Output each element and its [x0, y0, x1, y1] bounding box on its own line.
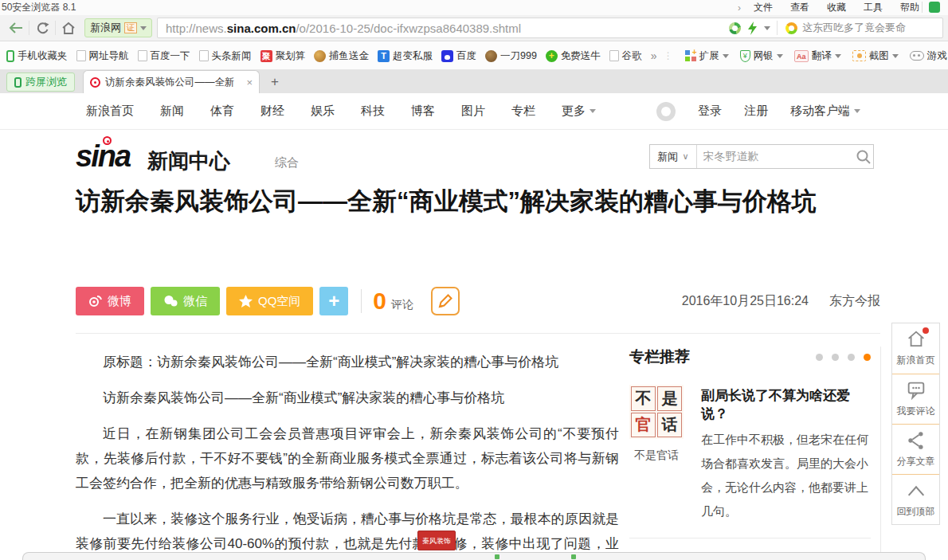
toolbar-extensions: ⋮ +扩展 ¥网银 Aa翻译 截图 游戏	[664, 49, 947, 63]
refresh-button[interactable]	[31, 18, 53, 38]
sina-eye-grey-icon	[656, 102, 676, 121]
games-button[interactable]: 游戏	[910, 49, 947, 63]
gamepad-icon	[910, 51, 924, 61]
nav-tech[interactable]: 科技	[361, 104, 385, 119]
share-qzone-button[interactable]: QQ空间	[226, 287, 313, 315]
register-link[interactable]: 注册	[744, 104, 768, 119]
certified-badge: 证	[124, 22, 137, 33]
bookmark-toutiao[interactable]: 头条新闻	[199, 49, 252, 63]
back-button[interactable]	[5, 18, 27, 38]
share-weibo-button[interactable]: 微博	[76, 287, 144, 315]
bookmark-nav-site[interactable]: 网址导航	[76, 49, 129, 63]
menu-help[interactable]: 帮助	[900, 1, 919, 14]
t-badge-icon: T	[378, 50, 390, 62]
bookmark-baidu[interactable]: 百度	[441, 49, 476, 63]
bookmark-free-gift[interactable]: +免费送牛	[546, 49, 601, 63]
speed-lightning-icon[interactable]	[747, 22, 758, 35]
menu-favorites[interactable]: 收藏	[827, 1, 846, 14]
promo-caption[interactable]: 不是官话	[629, 448, 684, 463]
bookmark-baidu-search[interactable]: 百度一下	[138, 49, 190, 63]
write-comment-button[interactable]	[431, 287, 460, 315]
magnifier-icon	[856, 149, 872, 165]
bottom-notification-bar[interactable]	[22, 552, 926, 560]
right-sidebar: 专栏推荐 不 是 官 话 不是官话 副局长说了不算为啥还爱说？ 在工作中不积极，…	[629, 347, 881, 560]
share-icon	[905, 430, 927, 451]
nav-finance[interactable]: 财经	[261, 104, 284, 119]
weibo-icon	[88, 295, 102, 307]
page-icon	[199, 50, 209, 61]
publish-source[interactable]: 东方今报	[829, 294, 880, 307]
sina-logo[interactable]: sina	[76, 141, 130, 171]
chevron-up-icon	[905, 480, 927, 501]
home-button[interactable]	[57, 18, 80, 38]
dot-active[interactable]	[864, 354, 871, 361]
bookmark-mobile-favorites[interactable]: 手机收藏夹	[6, 49, 68, 63]
no-trace-icon[interactable]	[729, 22, 741, 34]
dot[interactable]	[832, 354, 839, 361]
nav-sina-home[interactable]: 新浪首页	[86, 104, 134, 119]
nav-sports[interactable]: 体育	[210, 104, 234, 119]
comment-count[interactable]: 0	[373, 288, 386, 315]
tab-close-icon[interactable]: ×	[246, 76, 253, 88]
address-search-box[interactable]: 这东西吃多了竟会要命	[777, 21, 934, 35]
rail-sina-home[interactable]: 新浪首页	[892, 323, 939, 374]
menu-tools[interactable]: 工具	[864, 1, 883, 14]
search-button[interactable]	[854, 149, 873, 165]
new-tab-button[interactable]: +	[271, 74, 279, 90]
cross-screen-tab[interactable]: 跨屏浏览	[6, 72, 75, 92]
address-bar: 新浪网 证 http://news.sina.com.cn/o/2016-10-…	[0, 15, 948, 41]
ebank-button[interactable]: ¥网银	[740, 49, 783, 63]
nav-photos[interactable]: 图片	[461, 104, 485, 119]
bookmark-juhuasuan[interactable]: 聚聚划算	[261, 49, 306, 63]
bank-shield-icon: ¥	[740, 50, 750, 62]
floating-toolbar: 新浪首页 我要评论 分享文章 回到顶部	[891, 323, 940, 525]
site-identity-button[interactable]: 新浪网 证	[84, 18, 152, 37]
translate-button[interactable]: Aa翻译	[794, 49, 841, 63]
chevron-down-icon	[777, 54, 783, 58]
column-recommend-title: 专栏推荐	[629, 347, 690, 367]
search-hotword[interactable]: 这东西吃多了竟会要命	[802, 21, 906, 35]
extensions-button[interactable]: +扩展	[685, 49, 729, 63]
screenshot-button[interactable]: 截图	[852, 49, 899, 63]
bookmark-fishing-game[interactable]: 捕鱼送金	[314, 49, 369, 63]
share-more-button[interactable]: +	[319, 287, 348, 315]
pager-dots[interactable]	[816, 354, 871, 361]
nav-entertainment[interactable]: 娱乐	[311, 104, 335, 119]
rail-share[interactable]: 分享文章	[892, 424, 939, 474]
search-category-select[interactable]: 新闻∨	[650, 145, 697, 168]
dot[interactable]	[848, 354, 855, 361]
dot[interactable]	[816, 354, 823, 361]
nav-news[interactable]: 新闻	[160, 104, 184, 119]
bookmark-google[interactable]: 谷歌	[609, 49, 642, 63]
url-dropdown-icon[interactable]	[764, 26, 770, 30]
menu-view[interactable]: 查看	[790, 1, 809, 14]
nav-blog[interactable]: 博客	[411, 104, 435, 119]
webpage: 新浪首页 新闻 体育 财经 娱乐 科技 博客 图片 专栏 更多 登录 注册 移动…	[0, 93, 948, 560]
comment-label[interactable]: 评论	[391, 298, 413, 312]
rail-back-to-top[interactable]: 回到顶部	[892, 474, 939, 524]
active-tab[interactable]: 访新余秦风装饰公司——全新 ×	[83, 70, 260, 93]
promo-thumbnail[interactable]: 不 是 官 话	[629, 385, 684, 439]
rail-comment[interactable]: 我要评论	[892, 374, 939, 424]
chevron-down-icon	[140, 26, 147, 30]
title-bar: 50安全浏览器 8.1 › 文件 查看 收藏 工具 帮助	[0, 0, 948, 15]
url-input[interactable]: http://news.sina.com.cn/o/2016-10-25/doc…	[157, 18, 943, 38]
url-path: /o/2016-10-25/doc-ifxwzpsa8640389.shtml	[296, 22, 521, 35]
article-title: 访新余秦风装饰公司——全新“商业模式”解决家装的糟心事与价格坑	[76, 182, 872, 221]
article-paragraph: 近日，在新钢集团公司工会会员普惠项目评审会上，新余秦风装饰公司的“不要预付款，先…	[76, 421, 619, 495]
menu-collapse-icon[interactable]: ›	[738, 2, 741, 14]
bookmarks-overflow-icon[interactable]: »	[651, 49, 657, 62]
search-input[interactable]	[697, 151, 854, 163]
skin-icon[interactable]	[929, 2, 940, 13]
login-link[interactable]: 登录	[698, 104, 722, 119]
channel-label[interactable]: 综合	[275, 155, 299, 170]
bookmark-private-server[interactable]: T超变私服	[378, 49, 433, 63]
bookmarks-bar: 手机收藏夹 网址导航 百度一下 头条新闻 聚聚划算 捕鱼送金 T超变私服 百度 …	[0, 42, 948, 70]
bookmark-yidao999[interactable]: 一刀999	[485, 49, 537, 63]
content-divider	[76, 333, 880, 334]
promo-title[interactable]: 副局长说了不算为啥还爱说？	[701, 386, 871, 423]
nav-columns[interactable]: 专栏	[511, 104, 535, 119]
share-wechat-button[interactable]: 微信	[151, 287, 220, 315]
news-center-title[interactable]: 新闻中心	[147, 147, 230, 175]
menu-file[interactable]: 文件	[754, 1, 773, 14]
